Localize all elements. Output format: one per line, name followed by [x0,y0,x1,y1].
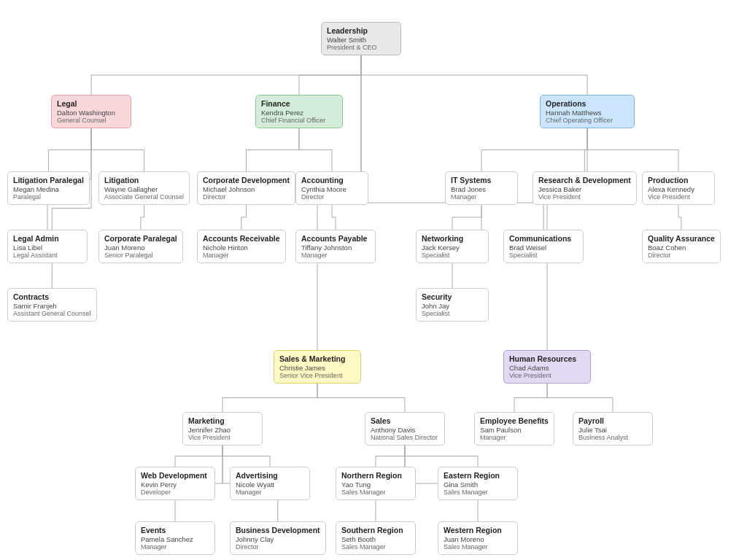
node-name: Jennifer Zhao [188,426,257,434]
node-role: Manager [301,252,370,259]
node-role: Paralegal [13,193,84,201]
node-name: Dalton Washington [57,109,125,117]
node-name: Juan Moreno [444,535,512,543]
node-name: Hannah Matthews [546,109,629,117]
node-title: Quality Assurance [648,234,715,243]
node-name: Christie James [279,364,355,372]
node-name: Yao Tung [341,481,410,489]
node-role: President & CEO [327,44,395,51]
node-name: Brad Jones [451,185,512,193]
node-role: National Sales Director [371,434,439,441]
node-role: Assistant General Counsel [13,310,91,317]
node-title: Corporate Paralegal [104,234,177,243]
node-title: Sales [371,416,439,425]
node-title: Communications [509,234,578,243]
node-title: Leadership [327,26,395,35]
node-name: John Jay [422,302,483,310]
node-title: Corporate Development [203,176,290,184]
node-role: Specialist [422,310,483,317]
node-title: Legal Admin [13,234,82,243]
node-title: Northern Region [341,471,410,480]
node-name: Gina Smith [444,481,512,489]
node-events: Events Pamela Sanchez Manager [135,521,215,555]
node-title: Web Development [141,471,209,480]
node-role: Developer [141,489,209,496]
node-name: Boaz Cohen [648,244,715,252]
node-role: Business Analyst [578,434,647,441]
node-role: Vice President [188,434,257,441]
node-role: Manager [451,193,512,201]
node-name: Tiffany Johnston [301,244,370,252]
node-role: General Counsel [57,117,125,124]
node-finance: Finance Kendra Perez Chief Financial Off… [255,95,343,128]
node-role: Legal Assistant [13,252,82,259]
node-name: Nicole Wyatt [236,481,304,489]
node-title: Contracts [13,292,91,301]
node-role: Vice President [538,193,631,201]
node-title: Western Region [444,526,512,534]
node-web-development: Web Development Kevin Perry Developer [135,467,215,500]
node-it-systems: IT Systems Brad Jones Manager [445,171,518,205]
node-operations: Operations Hannah Matthews Chief Operati… [540,95,635,128]
node-role: Manager [236,489,304,496]
node-role: Specialist [422,252,483,259]
node-quality-assurance: Quality Assurance Boaz Cohen Director [642,230,721,263]
node-name: Kendra Perez [261,109,337,117]
node-marketing: Marketing Jennifer Zhao Vice President [182,412,263,446]
node-title: Sales & Marketing [279,354,355,363]
node-litigation: Litigation Wayne Gallagher Associate Gen… [98,171,190,205]
node-name: Lisa Libel [13,244,82,252]
node-title: Advertising [236,471,304,480]
node-name: Jack Kersey [422,244,483,252]
node-name: Nichole Hinton [203,244,280,252]
node-title: Litigation [104,176,184,184]
node-accounts-receivable: Accounts Receivable Nichole Hinton Manag… [197,230,286,263]
node-name: Michael Johnson [203,185,290,193]
node-name: Megan Medina [13,185,84,193]
node-research-development: Research & Development Jessica Baker Vic… [533,171,637,205]
node-name: Anthony Davis [371,426,439,434]
node-title: Networking [422,234,483,243]
node-title: Accounts Payable [301,234,370,243]
node-security: Security John Jay Specialist [416,288,489,322]
node-eastern-region: Eastern Region Gina Smith Sales Manager [438,467,518,500]
node-name: Walter Smith [327,36,395,44]
node-role: Manager [203,252,280,259]
node-role: Director [301,193,363,201]
node-title: Accounting [301,176,363,184]
org-chart: Leadership Walter Smith President & CEO … [0,0,747,560]
node-name: Alexa Kennedy [648,185,709,193]
node-business-development: Business Development Johnny Clay Directo… [230,521,326,555]
node-role: Manager [141,543,209,551]
node-production: Production Alexa Kennedy Vice President [642,171,715,205]
node-name: Brad Weisel [509,244,578,252]
node-leadership: Leadership Walter Smith President & CEO [321,22,401,55]
node-role: Specialist [509,252,578,259]
node-title: Litigation Paralegal [13,176,84,184]
node-title: Events [141,526,209,534]
node-title: Accounts Receivable [203,234,280,243]
node-role: Director [236,543,320,551]
node-role: Sales Manager [341,543,410,551]
node-litigation-paralegal: Litigation Paralegal Megan Medina Parale… [7,171,90,205]
node-sales: Sales Anthony Davis National Sales Direc… [365,412,445,446]
node-title: Legal [57,99,125,108]
node-role: Associate General Counsel [104,193,184,201]
node-title: Eastern Region [444,471,512,480]
node-title: Business Development [236,526,320,534]
node-role: Manager [480,434,549,441]
node-role: Director [203,193,290,201]
node-role: Sales Manager [444,543,512,551]
node-human-resources: Human Resources Chad Adams Vice Presiden… [503,350,591,384]
node-title: Southern Region [341,526,410,534]
node-name: Julie Tsai [578,426,647,434]
node-networking: Networking Jack Kersey Specialist [416,230,489,263]
node-role: Senior Vice President [279,372,355,379]
node-accounts-payable: Accounts Payable Tiffany Johnston Manage… [295,230,376,263]
node-corporate-development: Corporate Development Michael Johnson Di… [197,171,295,205]
node-name: Johnny Clay [236,535,320,543]
node-role: Sales Manager [341,489,410,496]
node-title: Employee Benefits [480,416,549,425]
node-name: Samir Franjeh [13,302,91,310]
node-corporate-paralegal: Corporate Paralegal Juan Moreno Senior P… [98,230,183,263]
